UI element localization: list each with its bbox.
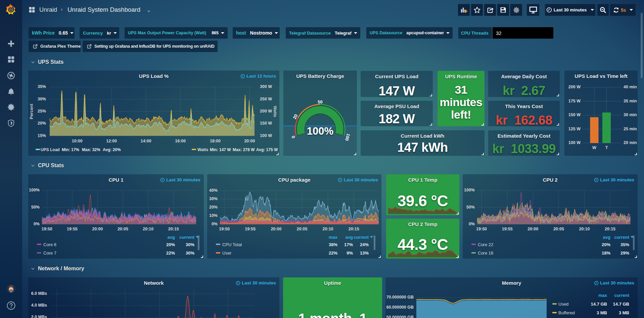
svg-text:Min: 17%: Min: 17% <box>62 147 79 152</box>
svg-text:25 min: 25 min <box>624 127 637 131</box>
svg-text:13%: 13% <box>360 251 369 256</box>
svg-text:avg: avg <box>346 235 353 240</box>
svg-text:UPS Load: UPS Load <box>41 147 60 152</box>
svg-text:2.0 MBs: 2.0 MBs <box>31 315 47 318</box>
svg-text:Avg: 20%: Avg: 20% <box>103 147 121 152</box>
svg-text:20:00: 20:00 <box>271 227 281 231</box>
svg-text:175 W: 175 W <box>568 99 581 103</box>
svg-text:20%: 20% <box>602 242 610 247</box>
svg-text:35 min: 35 min <box>624 99 637 103</box>
svg-text:125 W: 125 W <box>568 127 581 131</box>
svg-text:150 W: 150 W <box>568 112 581 117</box>
svg-text:Percent: Percent <box>29 103 34 119</box>
svg-text:17%: 17% <box>344 242 353 247</box>
svg-text:Core 16: Core 16 <box>478 251 493 256</box>
svg-text:Used: Used <box>558 302 568 307</box>
svg-text:20:05: 20:05 <box>297 227 308 231</box>
svg-text:current: current <box>614 235 629 240</box>
svg-text:150 W: 150 W <box>260 121 272 126</box>
svg-text:50: 50 <box>318 99 322 104</box>
svg-text:70.000000 GB: 70.000000 GB <box>386 295 414 300</box>
svg-text:14.7 GB: 14.7 GB <box>613 302 629 307</box>
svg-text:Max: 278 W: Max: 278 W <box>233 147 255 152</box>
svg-text:20 min: 20 min <box>624 140 637 145</box>
svg-text:50.000000 GB: 50.000000 GB <box>386 315 414 318</box>
svg-text:User: User <box>222 251 232 256</box>
svg-text:100 W: 100 W <box>568 140 581 145</box>
svg-text:30%: 30% <box>186 242 194 247</box>
svg-text:14.7 GB: 14.7 GB <box>591 302 607 307</box>
svg-text:6.0 MBs: 6.0 MBs <box>31 291 47 296</box>
svg-text:4.0 MBs: 4.0 MBs <box>31 303 47 308</box>
svg-text:Watts: Watts <box>273 106 277 117</box>
svg-text:Watts: Watts <box>197 147 209 152</box>
svg-text:10%: 10% <box>209 213 218 218</box>
svg-text:30%: 30% <box>209 196 218 201</box>
svg-text:18%: 18% <box>602 251 610 256</box>
svg-text:22%: 22% <box>329 251 337 256</box>
svg-text:Core 22: Core 22 <box>478 242 493 247</box>
svg-text:10:00: 10:00 <box>72 139 83 143</box>
svg-text:30%: 30% <box>186 251 194 256</box>
svg-text:24%: 24% <box>360 242 369 247</box>
svg-text:19:50: 19:50 <box>219 227 230 231</box>
svg-text:35%: 35% <box>38 84 46 89</box>
svg-text:22%: 22% <box>166 251 175 256</box>
svg-text:18:00: 18:00 <box>210 139 221 143</box>
svg-text:20%: 20% <box>166 242 175 247</box>
svg-text:Max: 32%: Max: 32% <box>82 147 100 152</box>
svg-text:30%: 30% <box>38 97 46 101</box>
svg-text:current: current <box>354 235 369 240</box>
svg-text:3 MB: 3 MB <box>597 310 607 315</box>
svg-text:35%: 35% <box>620 242 629 247</box>
svg-text:W: W <box>592 145 596 150</box>
svg-text:25%: 25% <box>38 109 46 113</box>
svg-text:3 MB: 3 MB <box>619 310 629 315</box>
svg-text:9%: 9% <box>347 251 353 256</box>
svg-text:Core 7: Core 7 <box>43 251 56 256</box>
svg-text:40%: 40% <box>209 188 218 193</box>
svg-text:CPU Total: CPU Total <box>222 242 242 247</box>
svg-text:Buffered: Buffered <box>558 310 575 315</box>
svg-text:20:10: 20:10 <box>323 227 333 231</box>
svg-text:max: max <box>598 293 607 298</box>
svg-text:current: current <box>614 293 629 298</box>
svg-text:T: T <box>605 145 608 150</box>
svg-text:40 min: 40 min <box>624 85 637 89</box>
svg-text:12:00: 12:00 <box>106 139 117 143</box>
svg-text:current: current <box>179 235 194 240</box>
svg-text:38%: 38% <box>329 242 337 247</box>
svg-text:20%: 20% <box>209 205 218 210</box>
svg-text:avg: avg <box>168 235 175 240</box>
svg-text:200 W: 200 W <box>260 109 272 113</box>
svg-text:250 W: 250 W <box>260 97 272 101</box>
svg-text:16:00: 16:00 <box>175 139 186 143</box>
svg-text:30 min: 30 min <box>624 112 637 117</box>
svg-text:60.000000 GB: 60.000000 GB <box>386 305 414 310</box>
svg-text:200 W: 200 W <box>568 85 581 89</box>
svg-text:100 W: 100 W <box>260 133 272 138</box>
svg-text:300 W: 300 W <box>260 84 272 89</box>
svg-text:29%: 29% <box>620 251 629 256</box>
svg-text:avg: avg <box>603 235 610 240</box>
svg-text:0%: 0% <box>212 222 218 226</box>
svg-text:Min: 147 W: Min: 147 W <box>210 147 231 152</box>
svg-text:max: max <box>329 235 338 240</box>
svg-text:Core 6: Core 6 <box>43 242 56 247</box>
svg-text:19:55: 19:55 <box>245 227 256 231</box>
svg-text:20:15: 20:15 <box>349 227 359 231</box>
svg-text:Avg: 175 W: Avg: 175 W <box>256 147 278 152</box>
svg-text:20:00: 20:00 <box>244 139 255 143</box>
svg-text:14:00: 14:00 <box>141 139 151 143</box>
svg-text:20%: 20% <box>38 121 46 126</box>
svg-text:15%: 15% <box>38 133 46 138</box>
